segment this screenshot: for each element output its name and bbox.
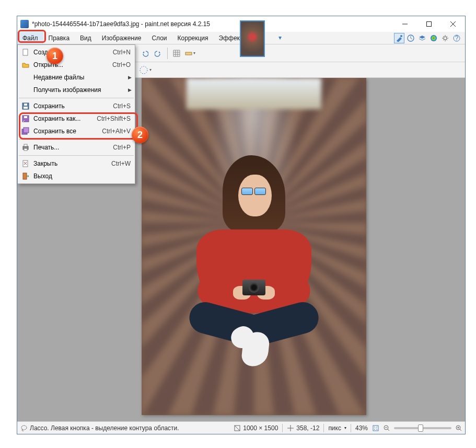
menu-exit-label: Выход bbox=[31, 173, 132, 180]
svg-rect-19 bbox=[23, 173, 27, 179]
open-icon bbox=[20, 61, 31, 69]
menu-print[interactable]: Печать... Ctrl+P bbox=[18, 141, 135, 154]
menu-save-all-label: Сохранить все bbox=[31, 128, 102, 135]
menu-open-label: Открыть... bbox=[31, 61, 112, 68]
cursor-icon bbox=[287, 424, 294, 432]
thumb-dropdown-icon[interactable]: ▾ bbox=[278, 34, 282, 41]
menu-close-shortcut: Ctrl+W bbox=[111, 160, 132, 167]
close-button[interactable] bbox=[441, 16, 465, 32]
menu-layers[interactable]: Слои bbox=[146, 32, 172, 44]
maximize-button[interactable] bbox=[417, 16, 441, 32]
layers-window-button[interactable] bbox=[417, 33, 427, 43]
status-size: 1000 × 1500 bbox=[234, 424, 278, 432]
svg-point-3 bbox=[431, 35, 437, 41]
menu-save-as-shortcut: Ctrl+Shift+S bbox=[97, 115, 132, 122]
svg-point-4 bbox=[444, 37, 447, 40]
canvas-viewport[interactable] bbox=[142, 78, 465, 421]
menu-separator bbox=[19, 139, 134, 140]
tools-window-button[interactable] bbox=[394, 33, 404, 43]
svg-point-21 bbox=[140, 66, 147, 74]
status-hint: Лассо. Левая кнопка - выделение контура … bbox=[20, 424, 179, 432]
menu-image[interactable]: Изображение bbox=[97, 32, 147, 44]
menu-new-shortcut: Ctrl+N bbox=[113, 49, 132, 56]
svg-point-1 bbox=[400, 35, 402, 37]
document-thumbnail[interactable] bbox=[240, 20, 265, 57]
menu-separator bbox=[19, 155, 134, 156]
lasso-icon bbox=[20, 424, 28, 432]
close-doc-icon bbox=[20, 159, 31, 168]
file-menu-dropdown: Создать... Ctrl+N Открыть... Ctrl+O Неда… bbox=[17, 44, 135, 184]
menu-open[interactable]: Открыть... Ctrl+O bbox=[18, 59, 135, 71]
menu-acquire-label: Получить изображения bbox=[31, 86, 132, 94]
zoom-fit-button[interactable] bbox=[372, 424, 379, 432]
menubar: Файл Правка Вид Изображение Слои Коррекц… bbox=[17, 32, 465, 44]
menu-save-as[interactable]: Сохранить как... Ctrl+Shift+S bbox=[18, 112, 135, 125]
submenu-arrow-icon: ▶ bbox=[128, 75, 132, 80]
app-window: *photo-1544465544-1b71aee9dfa3.jpg - pai… bbox=[17, 16, 466, 434]
menu-save-all-shortcut: Ctrl+Alt+V bbox=[102, 128, 132, 135]
menu-new-label: Создать... bbox=[31, 49, 113, 56]
new-icon bbox=[20, 48, 31, 56]
menu-print-label: Печать... bbox=[31, 144, 113, 151]
minimize-button[interactable] bbox=[393, 16, 417, 32]
menu-edit[interactable]: Правка bbox=[43, 32, 75, 44]
history-window-button[interactable] bbox=[405, 33, 416, 43]
status-cursor: 358, -12 bbox=[287, 424, 319, 432]
svg-rect-17 bbox=[24, 148, 27, 151]
menu-acquire[interactable]: Получить изображения ▶ bbox=[18, 84, 135, 96]
annotation-badge-1: 1 bbox=[47, 48, 63, 64]
canvas-image[interactable] bbox=[142, 78, 366, 415]
menu-exit[interactable]: Выход bbox=[18, 170, 135, 182]
window-title: *photo-1544465544-1b71aee9dfa3.jpg - pai… bbox=[32, 20, 393, 28]
saveas-icon bbox=[20, 114, 31, 123]
menu-close-label: Закрыть bbox=[31, 160, 111, 167]
menu-separator bbox=[19, 98, 134, 98]
grid-button[interactable] bbox=[170, 47, 183, 60]
svg-rect-12 bbox=[24, 116, 27, 118]
selection-mode-dropdown[interactable] bbox=[138, 64, 152, 76]
menu-view[interactable]: Вид bbox=[75, 32, 97, 44]
menu-adjustments[interactable]: Коррекция bbox=[172, 32, 214, 44]
menu-file[interactable]: Файл bbox=[17, 32, 43, 44]
svg-rect-9 bbox=[24, 104, 27, 106]
menu-save[interactable]: Сохранить Ctrl+S bbox=[18, 100, 135, 112]
zoom-slider[interactable] bbox=[394, 427, 451, 429]
save-icon bbox=[20, 102, 31, 110]
menu-save-shortcut: Ctrl+S bbox=[113, 102, 132, 110]
undo-button[interactable] bbox=[138, 47, 151, 60]
size-icon bbox=[234, 424, 241, 432]
status-bar: Лассо. Левая кнопка - выделение контура … bbox=[17, 421, 465, 434]
help-button[interactable]: ? bbox=[451, 33, 462, 43]
submenu-arrow-icon: ▶ bbox=[128, 87, 132, 93]
menu-new[interactable]: Создать... Ctrl+N bbox=[18, 46, 135, 59]
zoom-in-button[interactable] bbox=[456, 425, 462, 431]
settings-button[interactable] bbox=[440, 33, 450, 43]
status-zoom[interactable]: 43% bbox=[355, 424, 368, 432]
menu-save-all[interactable]: Сохранить все Ctrl+Alt+V bbox=[18, 125, 135, 137]
menu-close-doc[interactable]: Закрыть Ctrl+W bbox=[18, 157, 135, 170]
print-icon bbox=[20, 143, 31, 152]
window-panel-buttons: ? bbox=[394, 32, 465, 44]
svg-rect-16 bbox=[24, 144, 27, 146]
svg-rect-10 bbox=[24, 107, 28, 109]
menu-save-label: Сохранить bbox=[31, 102, 113, 110]
toolbar-separator bbox=[167, 48, 168, 59]
status-units[interactable]: пикс▾ bbox=[328, 424, 346, 432]
ruler-button[interactable] bbox=[184, 47, 196, 60]
svg-rect-0 bbox=[427, 22, 432, 27]
svg-rect-20 bbox=[185, 52, 192, 55]
zoom-out-button[interactable] bbox=[384, 425, 390, 431]
menu-recent-label: Недавние файлы bbox=[31, 74, 132, 81]
colors-window-button[interactable] bbox=[428, 33, 439, 43]
svg-rect-7 bbox=[23, 49, 28, 55]
menu-save-as-label: Сохранить как... bbox=[31, 115, 97, 122]
exit-icon bbox=[20, 172, 31, 180]
annotation-badge-2: 2 bbox=[132, 127, 148, 143]
svg-text:?: ? bbox=[455, 35, 459, 42]
menu-recent[interactable]: Недавние файлы ▶ bbox=[18, 71, 135, 84]
app-icon bbox=[20, 20, 29, 28]
menu-print-shortcut: Ctrl+P bbox=[113, 144, 132, 151]
redo-button[interactable] bbox=[152, 47, 165, 60]
svg-rect-26 bbox=[373, 426, 378, 431]
saveall-icon bbox=[20, 127, 31, 135]
